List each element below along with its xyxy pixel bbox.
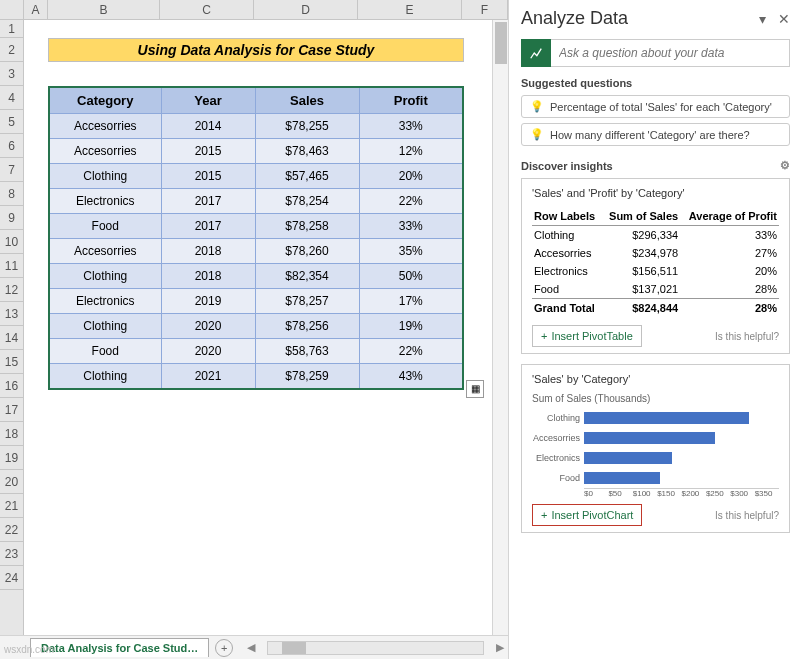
select-all-corner[interactable]	[0, 0, 24, 20]
cell[interactable]: 33%	[359, 114, 463, 139]
th-year[interactable]: Year	[161, 87, 255, 114]
col-header-e[interactable]: E	[358, 0, 462, 19]
row-header[interactable]: 2	[0, 38, 23, 62]
quick-analysis-icon[interactable]: ▦	[466, 380, 484, 398]
row-header[interactable]: 5	[0, 110, 23, 134]
vertical-scrollbar[interactable]	[492, 20, 508, 635]
gear-icon[interactable]: ⚙	[780, 159, 790, 172]
insert-pivotchart-button[interactable]: +Insert PivotChart	[532, 504, 642, 526]
cell[interactable]: 2017	[161, 214, 255, 239]
th-sales[interactable]: Sales	[255, 87, 359, 114]
close-icon[interactable]: ✕	[778, 11, 790, 27]
cell[interactable]: Clothing	[49, 364, 161, 390]
helpful-link[interactable]: Is this helpful?	[715, 331, 779, 342]
grid-body[interactable]: Using Data Analysis for Case Study Categ…	[24, 20, 492, 635]
row-header[interactable]: 16	[0, 374, 23, 398]
cell[interactable]: Clothing	[49, 164, 161, 189]
row-header[interactable]: 9	[0, 206, 23, 230]
th-profit[interactable]: Profit	[359, 87, 463, 114]
col-header-c[interactable]: C	[160, 0, 254, 19]
cell[interactable]: 2019	[161, 289, 255, 314]
cell[interactable]: 22%	[359, 189, 463, 214]
cell[interactable]: 2020	[161, 339, 255, 364]
scrollbar-thumb[interactable]	[282, 642, 306, 654]
sheet-tab-active[interactable]: Data Analysis for Case Stud…	[30, 638, 209, 657]
cell[interactable]: $57,465	[255, 164, 359, 189]
row-header[interactable]: 11	[0, 254, 23, 278]
row-header[interactable]: 17	[0, 398, 23, 422]
row-header[interactable]: 20	[0, 470, 23, 494]
row-header[interactable]: 10	[0, 230, 23, 254]
col-header-b[interactable]: B	[48, 0, 160, 19]
cell[interactable]: $78,255	[255, 114, 359, 139]
cell[interactable]: $78,258	[255, 214, 359, 239]
cell[interactable]: Accesorries	[49, 114, 161, 139]
suggestion-item[interactable]: 💡How many different 'Category' are there…	[521, 123, 790, 146]
cell[interactable]: 2015	[161, 164, 255, 189]
col-header-f[interactable]: F	[462, 0, 508, 19]
row-header[interactable]: 3	[0, 62, 23, 86]
cell[interactable]: 22%	[359, 339, 463, 364]
cell[interactable]: $78,259	[255, 364, 359, 390]
row-header[interactable]: 23	[0, 542, 23, 566]
tab-nav-right-icon[interactable]: ▶	[492, 641, 508, 654]
cell[interactable]: 33%	[359, 214, 463, 239]
insert-pivottable-button[interactable]: +Insert PivotTable	[532, 325, 642, 347]
cell[interactable]: 2014	[161, 114, 255, 139]
row-header[interactable]: 18	[0, 422, 23, 446]
cell[interactable]: Food	[49, 339, 161, 364]
helpful-link[interactable]: Is this helpful?	[715, 510, 779, 521]
cell[interactable]: 35%	[359, 239, 463, 264]
col-header-a[interactable]: A	[24, 0, 48, 19]
cell[interactable]: Clothing	[49, 314, 161, 339]
cell[interactable]: Clothing	[49, 264, 161, 289]
row-header[interactable]: 7	[0, 158, 23, 182]
row-header[interactable]: 24	[0, 566, 23, 590]
row-header[interactable]: 13	[0, 302, 23, 326]
cell[interactable]: $78,257	[255, 289, 359, 314]
cell[interactable]: Electronics	[49, 289, 161, 314]
row-header[interactable]: 22	[0, 518, 23, 542]
horizontal-scrollbar[interactable]	[267, 641, 484, 655]
cell[interactable]: 43%	[359, 364, 463, 390]
cell[interactable]: 12%	[359, 139, 463, 164]
row-header[interactable]: 1	[0, 20, 23, 38]
cell[interactable]: 50%	[359, 264, 463, 289]
suggestion-item[interactable]: 💡Percentage of total 'Sales' for each 'C…	[521, 95, 790, 118]
cell[interactable]: 2017	[161, 189, 255, 214]
analyze-icon[interactable]	[521, 39, 551, 67]
tab-nav-left-icon[interactable]: ◀	[243, 641, 259, 654]
title-cell[interactable]: Using Data Analysis for Case Study	[48, 38, 464, 62]
cell[interactable]: 20%	[359, 164, 463, 189]
scrollbar-thumb[interactable]	[495, 22, 507, 64]
search-input[interactable]	[551, 39, 790, 67]
add-sheet-button[interactable]: +	[215, 639, 233, 657]
cell[interactable]: 2018	[161, 264, 255, 289]
cell[interactable]: $78,463	[255, 139, 359, 164]
cell[interactable]: $78,254	[255, 189, 359, 214]
col-header-d[interactable]: D	[254, 0, 358, 19]
row-header[interactable]: 15	[0, 350, 23, 374]
cell[interactable]: 2018	[161, 239, 255, 264]
cell[interactable]: Electronics	[49, 189, 161, 214]
row-header[interactable]: 8	[0, 182, 23, 206]
row-header[interactable]: 14	[0, 326, 23, 350]
row-header[interactable]: 4	[0, 86, 23, 110]
cell[interactable]: Accesorries	[49, 239, 161, 264]
cell[interactable]: $82,354	[255, 264, 359, 289]
cell[interactable]: 19%	[359, 314, 463, 339]
row-header[interactable]: 6	[0, 134, 23, 158]
cell[interactable]: 17%	[359, 289, 463, 314]
cell[interactable]: $78,256	[255, 314, 359, 339]
row-header[interactable]: 12	[0, 278, 23, 302]
cell[interactable]: $58,763	[255, 339, 359, 364]
cell[interactable]: $78,260	[255, 239, 359, 264]
row-header[interactable]: 21	[0, 494, 23, 518]
row-header[interactable]: 19	[0, 446, 23, 470]
cell[interactable]: Accesorries	[49, 139, 161, 164]
th-category[interactable]: Category	[49, 87, 161, 114]
cell[interactable]: Food	[49, 214, 161, 239]
pane-dropdown-icon[interactable]: ▾	[759, 11, 766, 27]
cell[interactable]: 2015	[161, 139, 255, 164]
cell[interactable]: 2020	[161, 314, 255, 339]
